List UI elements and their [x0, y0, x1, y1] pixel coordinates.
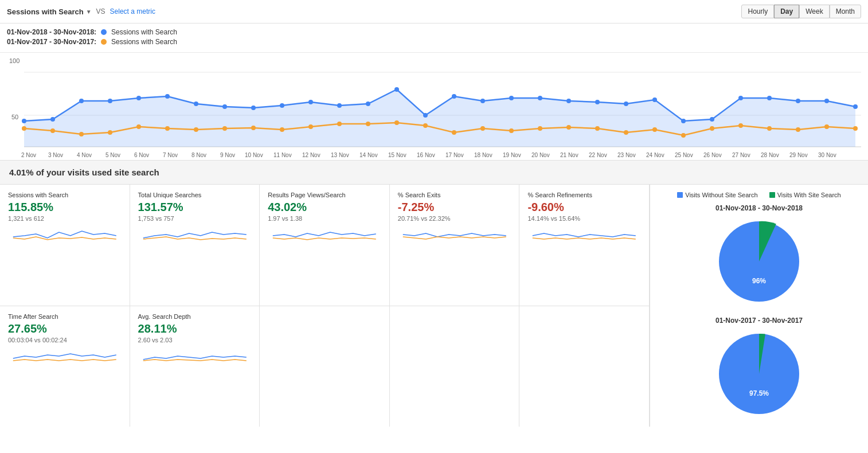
svg-point-7 [79, 99, 84, 103]
svg-point-20 [452, 94, 456, 99]
svg-point-63 [824, 124, 829, 129]
metric-value-6: 28.11% [138, 322, 252, 335]
svg-text:23 Nov: 23 Nov [617, 152, 636, 158]
svg-point-62 [796, 127, 800, 132]
svg-point-25 [595, 100, 600, 104]
svg-point-42 [222, 126, 227, 131]
svg-text:19 Nov: 19 Nov [503, 152, 521, 158]
svg-point-26 [624, 101, 628, 106]
svg-point-17 [366, 101, 370, 106]
svg-point-27 [652, 97, 657, 102]
svg-point-47 [366, 122, 370, 126]
svg-point-30 [738, 96, 743, 100]
summary-banner: 4.01% of your visits used site search [0, 161, 868, 185]
svg-text:7 Nov: 7 Nov [163, 152, 178, 158]
svg-point-10 [165, 94, 170, 99]
svg-point-23 [538, 96, 542, 100]
metric-title-3: % Search Exits [398, 192, 511, 198]
svg-point-54 [566, 125, 571, 130]
metric-card-3: % Search Exits -7.25% 20.71% vs 22.32% [390, 185, 520, 306]
svg-point-36 [50, 128, 55, 133]
metrics-grid: Sessions with Search 115.85% 1,321 vs 61… [0, 185, 650, 427]
svg-point-14 [280, 103, 284, 108]
select-metric-link[interactable]: Select a metric [110, 7, 155, 15]
metrics-section: Sessions with Search 115.85% 1,321 vs 61… [0, 185, 868, 427]
time-btn-day[interactable]: Day [774, 5, 799, 18]
sparkline-5 [8, 347, 122, 364]
metric-value-0: 115.85% [8, 201, 122, 214]
svg-text:2 Nov: 2 Nov [21, 152, 36, 158]
svg-point-29 [710, 117, 714, 122]
svg-point-55 [595, 126, 600, 131]
time-buttons-group: Hourly Day Week Month [741, 5, 861, 18]
metric-card-4: % Search Refinements -9.60% 14.14% vs 15… [519, 185, 650, 306]
metric-title-6: Avg. Search Depth [138, 313, 252, 320]
metric-compare-6: 2.60 vs 2.03 [138, 337, 252, 343]
svg-point-9 [136, 96, 141, 100]
svg-text:50: 50 [11, 114, 18, 120]
pie-legend-label-without: Visits Without Site Search [685, 192, 757, 198]
metric-compare-4: 14.14% vs 15.64% [527, 215, 641, 222]
metric-card-5: Time After Search 27.65% 00:03:04 vs 00:… [0, 306, 130, 427]
pie-dot-green [769, 192, 775, 198]
time-btn-week[interactable]: Week [799, 5, 829, 18]
svg-text:96%: 96% [752, 277, 766, 285]
svg-text:17 Nov: 17 Nov [445, 152, 464, 158]
header-left: Sessions with Search ▼ VS Select a metri… [7, 7, 155, 16]
metric-card-empty-3 [519, 306, 650, 427]
svg-text:24 Nov: 24 Nov [646, 152, 664, 158]
pie-charts-wrapper: 01-Nov-2018 - 30-Nov-2018 96% 01-Nov-201… [659, 204, 859, 420]
metric-title-1: Total Unique Searches [138, 192, 252, 198]
sparkline-0 [8, 225, 122, 243]
metric-selector[interactable]: Sessions with Search ▼ [7, 7, 92, 16]
metric-compare-0: 1,321 vs 612 [8, 215, 122, 222]
y-label-100: 100 [7, 57, 861, 64]
svg-text:25 Nov: 25 Nov [675, 152, 693, 158]
svg-text:29 Nov: 29 Nov [789, 152, 808, 158]
svg-text:13 Nov: 13 Nov [331, 152, 349, 158]
svg-text:11 Nov: 11 Nov [273, 152, 292, 158]
pie-legend-without: Visits Without Site Search [677, 192, 757, 198]
metric-title-5: Time After Search [8, 313, 122, 320]
sparkline-4 [527, 225, 641, 243]
svg-point-28 [681, 119, 686, 123]
metric-value-5: 27.65% [8, 322, 122, 335]
pie-date-2018: 01-Nov-2018 - 30-Nov-2018 [715, 204, 803, 212]
metric-value-2: 43.02% [268, 201, 381, 214]
metric-title-4: % Search Refinements [527, 192, 641, 198]
time-btn-month[interactable]: Month [830, 5, 861, 18]
svg-point-38 [108, 130, 112, 135]
time-btn-hourly[interactable]: Hourly [741, 5, 774, 18]
svg-point-21 [480, 99, 485, 103]
svg-point-31 [767, 96, 772, 100]
svg-point-56 [624, 130, 628, 135]
metric-card-2: Results Page Views/Search 43.02% 1.97 vs… [260, 185, 390, 306]
svg-text:21 Nov: 21 Nov [560, 152, 578, 158]
svg-text:6 Nov: 6 Nov [134, 152, 149, 158]
metric-compare-3: 20.71% vs 22.32% [398, 215, 511, 222]
metric-compare-5: 00:03:04 vs 00:02:24 [8, 337, 122, 343]
pie-item-2018: 01-Nov-2018 - 30-Nov-2018 96% [713, 204, 805, 307]
vs-text: VS [96, 7, 105, 15]
svg-point-61 [767, 126, 772, 131]
svg-text:15 Nov: 15 Nov [388, 152, 406, 158]
pie-legend: Visits Without Site Search Visits With S… [677, 192, 840, 198]
dropdown-arrow-icon: ▼ [86, 9, 92, 15]
metric-value-4: -9.60% [527, 201, 641, 214]
metric-card-1: Total Unique Searches 131.57% 1,753 vs 7… [130, 185, 260, 306]
svg-point-18 [394, 87, 399, 92]
svg-point-46 [337, 122, 342, 126]
legend-date-1: 01-Nov-2018 - 30-Nov-2018: [7, 28, 96, 36]
summary-text: 4.01% of your visits used site search [9, 167, 159, 177]
svg-text:27 Nov: 27 Nov [732, 152, 750, 158]
svg-point-53 [538, 126, 542, 131]
svg-point-34 [853, 104, 858, 109]
chart-svg-wrapper: 50 [7, 67, 861, 160]
svg-point-52 [509, 128, 514, 133]
metric-card-6: Avg. Search Depth 28.11% 2.60 vs 2.03 [130, 306, 260, 427]
svg-text:22 Nov: 22 Nov [589, 152, 607, 158]
legend-row-2: 01-Nov-2017 - 30-Nov-2017: Sessions with… [7, 38, 861, 46]
legend-label-1: Sessions with Search [111, 28, 177, 36]
svg-point-35 [22, 126, 26, 131]
pie-section: Visits Without Site Search Visits With S… [650, 185, 868, 427]
